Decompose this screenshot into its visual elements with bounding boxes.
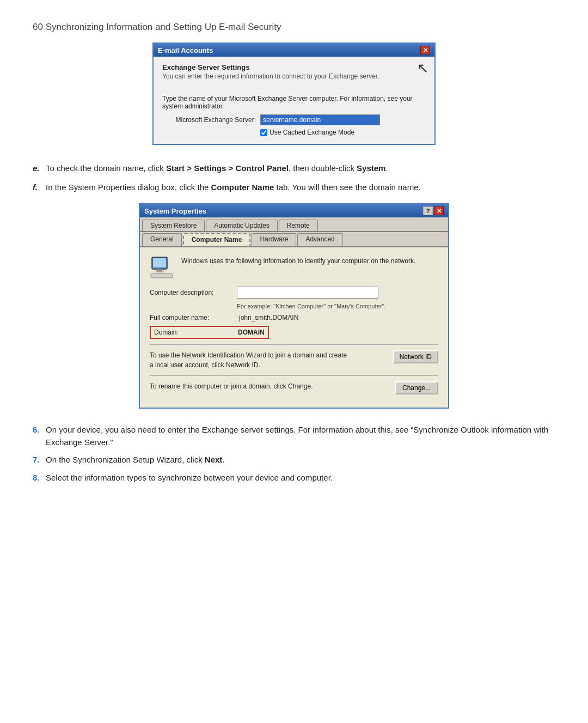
step-f-text: In the System Properties dialog box, cli…	[46, 181, 555, 194]
email-info-text: Type the name of your Microsoft Exchange…	[162, 95, 426, 110]
page-title: 60 Synchronizing Information and Setting…	[33, 22, 555, 33]
step-e-text-mid: , then double-click	[289, 163, 357, 173]
email-accounts-dialog: E-mail Accounts ✕ Exchange Server Settin…	[152, 42, 436, 145]
email-dialog-titlebar: E-mail Accounts ✕	[154, 44, 434, 57]
network-id-section: To use the Network Identification Wizard…	[150, 350, 438, 370]
step-7-text: On the Synchronization Setup Wizard, cli…	[46, 454, 555, 466]
email-server-input[interactable]: servername.domain	[260, 114, 380, 125]
step-e-bold2: System	[357, 163, 385, 173]
step-f-letter: f.	[33, 181, 46, 194]
svg-rect-1	[153, 258, 166, 268]
sysprop-info-text: Windows uses the following information t…	[181, 255, 415, 265]
tab-general[interactable]: General	[142, 233, 182, 246]
step-e: e. To check the domain name, click Start…	[33, 162, 555, 175]
change-button[interactable]: Change...	[395, 381, 438, 394]
full-name-row: Full computer name: john_smith.DOMAIN	[150, 314, 438, 321]
step-6-number: 6.	[33, 424, 46, 448]
step-6-text: On your device, you also need to enter t…	[46, 424, 555, 448]
step-e-bold1: Start > Settings > Control Panel	[166, 163, 289, 173]
email-server-row: Microsoft Exchange Server: servername.do…	[162, 114, 426, 125]
sysprop-tab-bar-bottom: General Computer Name Hardware Advanced	[140, 232, 448, 247]
step-6: 6. On your device, you also need to ente…	[33, 424, 555, 448]
step-8: 8. Select the information types to synch…	[33, 472, 555, 484]
email-divider	[162, 88, 426, 88]
step-7-bold: Next	[205, 455, 223, 464]
step-f: f. In the System Properties dialog box, …	[33, 181, 555, 194]
cached-mode-checkbox[interactable]	[260, 129, 267, 136]
sysprop-help-button[interactable]: ?	[423, 206, 433, 215]
step-7-number: 7.	[33, 454, 46, 466]
step-7-text-plain: On the Synchronization Setup Wizard, cli…	[46, 455, 205, 464]
numbered-steps: 6. On your device, you also need to ente…	[33, 424, 555, 484]
steps-ef: e. To check the domain name, click Start…	[33, 162, 555, 193]
domain-row: Domain: DOMAIN	[150, 326, 269, 339]
network-id-text: To use the Network Identification Wizard…	[150, 350, 351, 370]
description-label: Computer description:	[150, 289, 237, 296]
network-id-button[interactable]: Network ID	[393, 350, 438, 363]
sysprop-title: System Properties	[144, 207, 206, 215]
step-8-number: 8.	[33, 472, 46, 484]
step-e-text-end: .	[385, 163, 388, 173]
email-section-title: Exchange Server Settings	[162, 63, 426, 71]
sysprop-close-button[interactable]: ✕	[434, 206, 444, 215]
email-dialog-body: Exchange Server Settings You can enter t…	[154, 57, 434, 144]
email-section-subtitle: You can enter the required information t…	[162, 72, 426, 80]
tab-advanced[interactable]: Advanced	[297, 233, 342, 246]
computer-icon	[150, 255, 174, 279]
cached-mode-label: Use Cached Exchange Mode	[270, 129, 354, 136]
domain-value: DOMAIN	[238, 329, 265, 336]
full-name-value: john_smith.DOMAIN	[237, 314, 298, 321]
step-e-text: To check the domain name, click Start > …	[46, 162, 555, 175]
rename-text: To rename this computer or join a domain…	[150, 381, 313, 391]
description-example: For example: "Kitchen Computer" or "Mary…	[237, 303, 438, 309]
email-server-label: Microsoft Exchange Server:	[162, 116, 260, 124]
tab-computer-name[interactable]: Computer Name	[183, 233, 251, 246]
system-properties-dialog: System Properties ? ✕ System Restore Aut…	[139, 203, 449, 409]
svg-rect-4	[151, 274, 173, 278]
step-e-letter: e.	[33, 162, 46, 175]
email-dialog-close-button[interactable]: ✕	[420, 46, 430, 54]
sysprop-titlebar: System Properties ? ✕	[140, 204, 448, 217]
step-8-text: Select the information types to synchron…	[46, 472, 555, 484]
full-name-label: Full computer name:	[150, 314, 237, 321]
svg-rect-3	[155, 271, 164, 272]
step-7-text-end: .	[222, 455, 224, 464]
description-row: Computer description:	[150, 287, 438, 299]
tab-hardware[interactable]: Hardware	[252, 233, 296, 246]
step-f-text-plain: In the System Properties dialog box, cli…	[46, 183, 211, 192]
tab-system-restore[interactable]: System Restore	[142, 220, 205, 231]
sysprop-divider-2	[150, 375, 438, 376]
email-checkbox-row: Use Cached Exchange Mode	[260, 129, 426, 136]
sysprop-divider-1	[150, 344, 438, 345]
step-f-bold1: Computer Name	[211, 183, 274, 192]
sysprop-body: Windows uses the following information t…	[140, 247, 448, 408]
step-e-text-plain: To check the domain name, click	[46, 163, 166, 173]
domain-label: Domain:	[154, 329, 238, 336]
description-input[interactable]	[237, 287, 378, 299]
tab-remote[interactable]: Remote	[279, 220, 318, 231]
email-dialog-title: E-mail Accounts	[158, 46, 213, 54]
svg-rect-2	[157, 269, 162, 271]
sysprop-info-row: Windows uses the following information t…	[150, 255, 438, 279]
step-7: 7. On the Synchronization Setup Wizard, …	[33, 454, 555, 466]
change-section: To rename this computer or join a domain…	[150, 381, 438, 394]
step-f-text-end: tab. You will then see the domain name.	[274, 183, 420, 192]
tab-automatic-updates[interactable]: Automatic Updates	[206, 220, 277, 231]
sysprop-titlebar-buttons: ? ✕	[423, 206, 444, 215]
sysprop-form: Computer description: For example: "Kitc…	[150, 287, 438, 339]
sysprop-tab-bar-top: System Restore Automatic Updates Remote	[140, 217, 448, 232]
